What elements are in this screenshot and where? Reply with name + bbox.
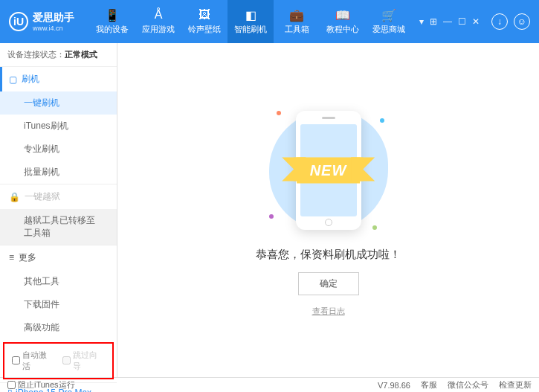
success-message: 恭喜您，保资料刷机成功啦！ [256,248,401,262]
sidebar-flash-header[interactable]: ▢刷机 [0,67,117,91]
sidebar-item-batch-flash[interactable]: 批量刷机 [0,161,117,184]
sidebar-item-advanced[interactable]: 高级功能 [0,316,117,339]
checkbox-row: 自动激活 跳过向导 [3,342,114,379]
version-label: V7.98.66 [378,381,410,390]
sidebar-item-other-tools[interactable]: 其他工具 [0,270,117,293]
checkbox-skip-guide[interactable]: 跳过向导 [62,350,106,372]
nav-my-device[interactable]: 📱我的设备 [89,0,135,43]
logo-url: www.i4.cn [33,25,74,32]
sidebar-item-jailbreak-moved: 越狱工具已转移至工具箱 [0,209,117,245]
sidebar-more-header[interactable]: ≡更多 [0,245,117,270]
phone-icon: ▢ [9,74,17,85]
book-icon: 📖 [335,8,350,22]
sidebar: 设备连接状态：正常模式 ▢刷机 一键刷机 iTunes刷机 专业刷机 批量刷机 … [0,43,117,377]
close-icon[interactable]: ✕ [472,16,480,27]
minimize-icon[interactable]: — [443,16,452,27]
menu-icon[interactable]: ▾ [419,16,424,27]
connection-status: 设备连接状态：正常模式 [0,43,117,66]
footer-check-update[interactable]: 检查更新 [499,379,532,391]
sidebar-item-pro-flash[interactable]: 专业刷机 [0,138,117,161]
lock-icon: 🔒 [9,192,20,202]
app-header: iU 爱思助手 www.i4.cn 📱我的设备 Å应用游戏 🖼铃声壁纸 ◧智能刷… [0,0,539,43]
header-right: ▾ ⊞ — ☐ ✕ ↓ ☺ [419,13,530,30]
nav-store[interactable]: 🛒爱思商城 [366,0,412,43]
nav-smart-flash[interactable]: ◧智能刷机 [227,0,274,43]
footer-support[interactable]: 客服 [421,379,437,391]
footer-wechat[interactable]: 微信公众号 [448,379,488,391]
checkbox-block-itunes[interactable]: 阻止iTunes运行 [7,379,75,391]
nav-toolbox[interactable]: 💼工具箱 [274,0,320,43]
apps-icon: Å [151,8,166,22]
image-icon: 🖼 [197,8,212,22]
nav-ringtone-wallpaper[interactable]: 🖼铃声壁纸 [181,0,227,43]
menu-icon: ≡ [9,252,14,263]
sidebar-item-download-firmware[interactable]: 下载固件 [0,293,117,316]
connection-mode: 正常模式 [65,50,97,59]
maximize-icon[interactable]: ☐ [458,16,466,27]
sidebar-item-oneclick-flash[interactable]: 一键刷机 [0,91,117,115]
success-illustration: NEW [262,103,396,237]
nav-apps-games[interactable]: Å应用游戏 [135,0,181,43]
main-nav: 📱我的设备 Å应用游戏 🖼铃声壁纸 ◧智能刷机 💼工具箱 📖教程中心 🛒爱思商城 [89,0,412,43]
logo-title: 爱思助手 [33,11,74,25]
nav-tutorials[interactable]: 📖教程中心 [320,0,366,43]
sidebar-item-itunes-flash[interactable]: iTunes刷机 [0,115,117,138]
account-button[interactable]: ☺ [514,13,530,30]
flash-icon: ◧ [243,8,258,22]
sidebar-jailbreak-header: 🔒一键越狱 [0,184,117,209]
download-button[interactable]: ↓ [491,13,508,30]
phone-icon: 📱 [105,8,120,22]
new-ribbon: NEW [297,158,361,184]
checkbox-auto-activate[interactable]: 自动激活 [12,350,55,372]
logo-icon: iU [9,12,28,31]
ok-button[interactable]: 确定 [298,272,359,295]
app-logo: iU 爱思助手 www.i4.cn [9,11,74,32]
grid-icon[interactable]: ⊞ [430,16,437,27]
main-content: NEW 恭喜您，保资料刷机成功啦！ 确定 查看日志 [117,43,539,377]
cart-icon: 🛒 [381,8,396,22]
view-log-link[interactable]: 查看日志 [312,306,345,317]
toolbox-icon: 💼 [289,8,304,22]
